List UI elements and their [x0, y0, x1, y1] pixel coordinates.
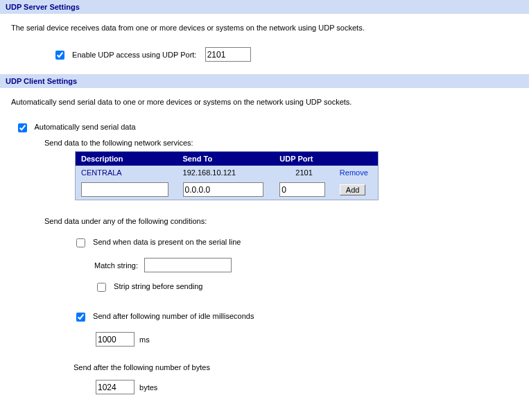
idle-ms-input[interactable]	[96, 332, 135, 347]
bytes-input[interactable]	[96, 380, 135, 394]
send-after-idle-label: Send after following number of idle mill…	[93, 313, 254, 321]
add-button[interactable]: Add	[340, 184, 366, 195]
new-description-input[interactable]	[81, 182, 168, 197]
send-after-bytes-label: Send after the following number of bytes	[73, 363, 210, 371]
strip-string-checkbox[interactable]	[97, 283, 106, 292]
col-action	[334, 152, 379, 166]
col-port: UDP Port	[274, 152, 334, 166]
bytes-unit-label: bytes	[139, 383, 157, 392]
client-section-header: UDP Client Settings	[0, 74, 529, 88]
server-section-header: UDP Server Settings	[0, 0, 529, 14]
server-desc: The serial device receives data from one…	[11, 24, 518, 32]
send-when-present-label: Send when data is present on the serial …	[93, 238, 241, 247]
match-string-input[interactable]	[144, 258, 232, 272]
auto-send-checkbox[interactable]	[18, 123, 27, 132]
send-to-label: Send data to the following network servi…	[44, 139, 193, 147]
new-sendto-input[interactable]	[183, 182, 263, 197]
col-description: Description	[76, 152, 177, 166]
col-sendto: Send To	[177, 152, 275, 166]
row-sendto: 192.168.10.121	[177, 166, 275, 180]
auto-send-label: Automatically send serial data	[34, 123, 135, 132]
services-table: Description Send To UDP Port CENTRALA 19…	[75, 151, 379, 200]
udp-port-input[interactable]	[205, 47, 251, 62]
strip-string-label: Strip string before sending	[114, 283, 202, 291]
remove-link[interactable]: Remove	[334, 166, 379, 180]
row-description[interactable]: CENTRALA	[76, 166, 177, 180]
enable-udp-access-checkbox[interactable]	[55, 51, 64, 60]
table-row: CENTRALA 192.168.10.121 2101 Remove	[76, 166, 379, 180]
table-add-row: Add	[76, 180, 379, 200]
conditions-label: Send data under any of the following con…	[44, 217, 207, 225]
idle-unit-label: ms	[139, 335, 150, 344]
row-port: 2101	[274, 166, 334, 180]
send-after-idle-checkbox[interactable]	[76, 313, 85, 322]
match-string-label: Match string:	[94, 261, 138, 270]
enable-udp-access-label: Enable UDP access using UDP Port:	[72, 51, 196, 59]
new-port-input[interactable]	[279, 182, 325, 197]
send-when-present-checkbox[interactable]	[76, 238, 85, 247]
client-desc: Automatically send serial data to one or…	[11, 98, 518, 106]
services-table-header: Description Send To UDP Port	[76, 152, 379, 166]
